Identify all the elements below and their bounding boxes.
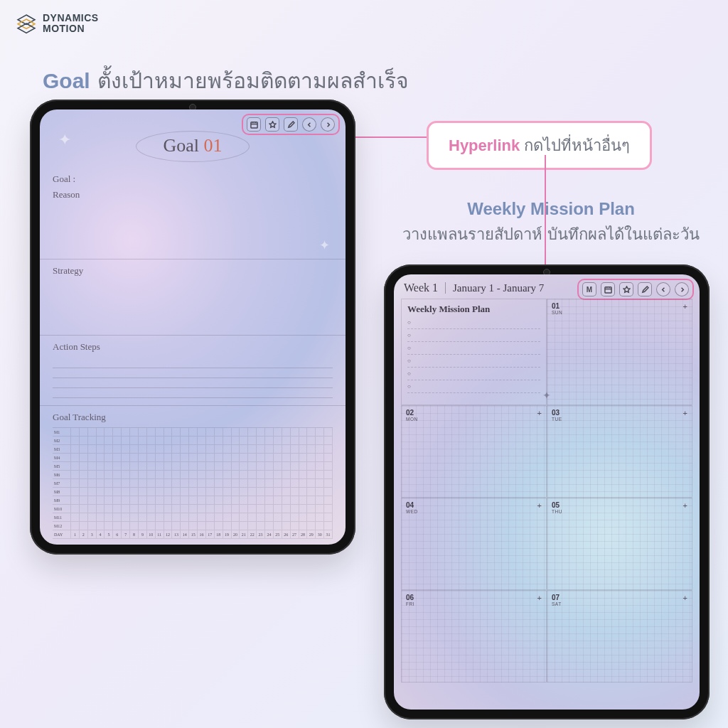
tracking-cell[interactable]	[316, 496, 324, 505]
tracking-cell[interactable]	[130, 496, 139, 505]
tracking-cell[interactable]	[257, 522, 265, 530]
tracking-cell[interactable]	[97, 437, 105, 445]
tracking-cell[interactable]	[316, 522, 324, 530]
tracking-cell[interactable]	[307, 513, 316, 522]
tracking-cell[interactable]	[130, 513, 139, 522]
tracking-cell[interactable]	[282, 505, 291, 513]
tracking-cell[interactable]	[274, 471, 282, 479]
tracking-cell[interactable]	[223, 428, 232, 437]
tracking-cell[interactable]	[215, 437, 223, 445]
tracking-cell[interactable]	[282, 445, 291, 454]
tracking-cell[interactable]	[223, 437, 232, 445]
plus-icon[interactable]: +	[683, 409, 687, 417]
tracking-cell[interactable]	[274, 522, 282, 530]
tracking-cell[interactable]	[257, 496, 265, 505]
tracking-cell[interactable]	[130, 445, 139, 454]
tracking-cell[interactable]	[240, 513, 248, 522]
tracking-cell[interactable]	[156, 522, 164, 530]
tracking-cell[interactable]	[223, 454, 232, 462]
tracking-cell[interactable]	[97, 513, 105, 522]
tracking-cell[interactable]	[88, 505, 97, 513]
tracking-cell[interactable]	[198, 496, 206, 505]
tracking-cell[interactable]	[248, 505, 257, 513]
next-icon[interactable]	[321, 117, 335, 132]
tracking-cell[interactable]	[164, 428, 173, 437]
tracking-cell[interactable]	[248, 462, 257, 471]
tracking-cell[interactable]	[291, 471, 299, 479]
tracking-cell[interactable]	[113, 522, 122, 530]
tracking-cell[interactable]	[172, 462, 181, 471]
tracking-cell[interactable]	[324, 513, 333, 522]
tracking-cell[interactable]	[206, 428, 215, 437]
tracking-cell[interactable]	[147, 471, 156, 479]
tracking-cell[interactable]	[206, 479, 215, 488]
tracking-cell[interactable]	[156, 445, 164, 454]
tracking-cell[interactable]	[189, 471, 198, 479]
tracking-cell[interactable]	[223, 505, 232, 513]
tracking-cell[interactable]	[139, 462, 147, 471]
tracking-cell[interactable]	[147, 428, 156, 437]
tracking-cell[interactable]	[122, 479, 130, 488]
tracking-cell[interactable]	[147, 437, 156, 445]
tracking-cell[interactable]	[189, 513, 198, 522]
tracking-cell[interactable]	[324, 479, 333, 488]
tracking-cell[interactable]	[274, 437, 282, 445]
tracking-cell[interactable]	[291, 428, 299, 437]
tracking-cell[interactable]	[240, 462, 248, 471]
tracking-cell[interactable]	[71, 496, 80, 505]
tracking-cell[interactable]	[122, 437, 130, 445]
tracking-cell[interactable]	[316, 471, 324, 479]
tracking-cell[interactable]	[316, 488, 324, 496]
tracking-cell[interactable]	[282, 428, 291, 437]
tracking-cell[interactable]	[122, 462, 130, 471]
tracking-cell[interactable]	[240, 445, 248, 454]
tracking-cell[interactable]	[215, 488, 223, 496]
tracking-cell[interactable]	[88, 454, 97, 462]
tracking-grid[interactable]: M1M2M3M4M5M6M7M8M9M10M11M12DAY1234567891…	[53, 427, 333, 539]
tracking-cell[interactable]	[164, 462, 173, 471]
tracking-cell[interactable]	[71, 522, 80, 530]
tracking-cell[interactable]	[232, 513, 240, 522]
tracking-cell[interactable]	[198, 462, 206, 471]
day-cell[interactable]: 05THU+	[547, 498, 692, 590]
tracking-cell[interactable]	[97, 505, 105, 513]
tracking-cell[interactable]	[324, 437, 333, 445]
tracking-cell[interactable]	[240, 437, 248, 445]
tracking-cell[interactable]	[291, 513, 299, 522]
tracking-cell[interactable]	[307, 462, 316, 471]
tracking-cell[interactable]	[97, 471, 105, 479]
tracking-cell[interactable]	[223, 488, 232, 496]
tracking-cell[interactable]	[291, 496, 299, 505]
tracking-cell[interactable]	[316, 513, 324, 522]
tracking-cell[interactable]	[156, 479, 164, 488]
tracking-cell[interactable]	[181, 505, 189, 513]
tracking-cell[interactable]	[240, 488, 248, 496]
tracking-cell[interactable]	[97, 496, 105, 505]
tracking-cell[interactable]	[71, 437, 80, 445]
tracking-cell[interactable]	[172, 513, 181, 522]
tracking-cell[interactable]	[299, 462, 308, 471]
tracking-cell[interactable]	[307, 479, 316, 488]
tracking-cell[interactable]	[172, 437, 181, 445]
tracking-cell[interactable]	[88, 496, 97, 505]
tracking-cell[interactable]	[164, 479, 173, 488]
tracking-cell[interactable]	[71, 471, 80, 479]
tracking-cell[interactable]	[274, 454, 282, 462]
tracking-cell[interactable]	[80, 428, 88, 437]
tracking-cell[interactable]	[316, 505, 324, 513]
tracking-cell[interactable]	[223, 522, 232, 530]
tracking-cell[interactable]	[215, 428, 223, 437]
tracking-cell[interactable]	[299, 428, 308, 437]
tracking-cell[interactable]	[113, 462, 122, 471]
tracking-cell[interactable]	[307, 445, 316, 454]
tracking-cell[interactable]	[105, 462, 113, 471]
tracking-cell[interactable]	[206, 513, 215, 522]
tracking-cell[interactable]	[189, 496, 198, 505]
tracking-cell[interactable]	[97, 479, 105, 488]
tracking-cell[interactable]	[181, 454, 189, 462]
edit-icon[interactable]	[638, 282, 652, 296]
tracking-cell[interactable]	[291, 522, 299, 530]
tracking-cell[interactable]	[240, 428, 248, 437]
tracking-cell[interactable]	[223, 471, 232, 479]
tracking-cell[interactable]	[122, 454, 130, 462]
